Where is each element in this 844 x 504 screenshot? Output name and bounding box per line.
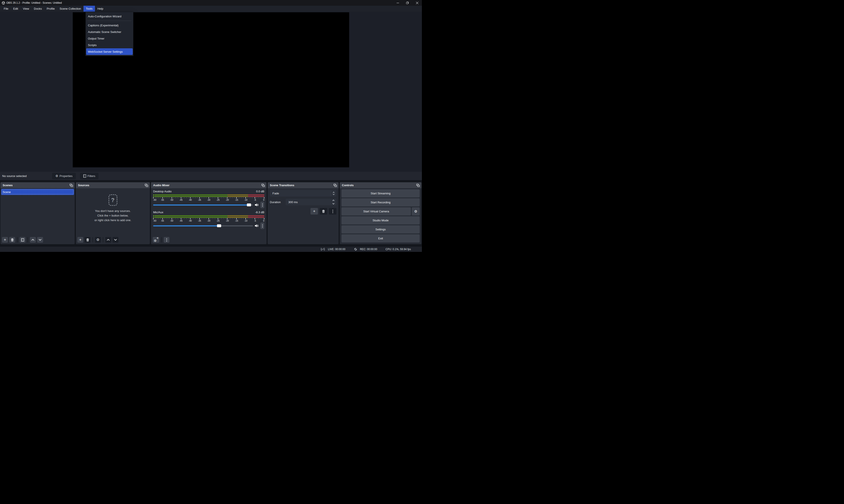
tools-menu-item-captions[interactable]: Captions (Experimental) [86, 22, 133, 29]
tools-menu-item-scene-switcher[interactable]: Automatic Scene Switcher [86, 29, 133, 35]
channel-options-button[interactable] [260, 222, 264, 229]
settings-button[interactable]: Settings [341, 225, 420, 233]
mixer-channel-desktop-audio: Desktop Audio 0.0 dB -60-55-50-45-40-35-… [153, 190, 264, 208]
plus-icon: + [313, 209, 315, 213]
menu-edit[interactable]: Edit [11, 6, 20, 12]
remove-scene-button[interactable] [9, 237, 15, 243]
source-move-up-button[interactable] [105, 237, 111, 243]
add-scene-button[interactable]: + [2, 237, 8, 243]
scene-list-item[interactable]: Scene [1, 189, 74, 195]
tools-menu: Auto-Configuration Wizard Captions (Expe… [86, 12, 134, 56]
duration-value: 300 ms [286, 200, 331, 204]
source-move-down-button[interactable] [112, 237, 119, 243]
popout-icon[interactable] [334, 184, 337, 187]
popout-icon[interactable] [145, 184, 148, 187]
menu-docks[interactable]: Docks [31, 6, 44, 12]
channel-options-button[interactable] [260, 202, 264, 208]
tools-menu-item-auto-config[interactable]: Auto-Configuration Wizard [86, 13, 133, 20]
transition-options-button[interactable] [329, 208, 336, 215]
gear-icon: ⚙ [96, 238, 99, 241]
chevron-down-icon [39, 239, 41, 241]
sources-header[interactable]: Sources [76, 182, 150, 188]
filters-button[interactable]: Filters [80, 173, 99, 179]
stream-inactive-icon [320, 248, 325, 251]
menu-scene-collection[interactable]: Scene Collection [57, 6, 84, 12]
restore-button[interactable] [403, 0, 412, 6]
properties-label: Properties [59, 174, 72, 178]
virtual-camera-settings-button[interactable]: ⚙ [412, 207, 420, 215]
rec-time: REC: 00:00:00 [360, 248, 377, 251]
filters-icon [83, 174, 86, 178]
scenes-header[interactable]: Scenes [0, 182, 75, 188]
sources-list[interactable]: ? You don't have any sources. Click the … [76, 188, 150, 235]
tools-menu-item-scripts[interactable]: Scripts [86, 42, 133, 48]
title-bar: OBS 29.1.2 - Profile: Untitled - Scenes:… [0, 0, 422, 6]
duration-spinbox[interactable]: 300 ms [286, 199, 336, 205]
mixer-options-button[interactable] [164, 237, 170, 243]
source-properties-button[interactable]: ⚙ [95, 237, 101, 243]
chevron-down-icon [332, 203, 335, 204]
workspace [0, 12, 422, 172]
slider-handle[interactable] [247, 203, 251, 206]
audio-mixer-header[interactable]: Audio Mixer [151, 182, 266, 188]
add-source-button[interactable]: + [77, 237, 83, 243]
controls-panel: Controls Start Streaming Start Recording… [340, 182, 421, 244]
remove-transition-button[interactable] [320, 208, 327, 215]
popout-icon[interactable] [70, 184, 73, 187]
start-streaming-button[interactable]: Start Streaming [341, 189, 420, 197]
menu-tools[interactable]: Tools [84, 6, 95, 12]
remove-source-button[interactable] [85, 237, 90, 243]
scene-move-up-button[interactable] [30, 237, 36, 243]
channel-name: Mic/Aux [153, 211, 163, 215]
no-source-label: No source selected [0, 174, 27, 178]
slider-handle[interactable] [217, 224, 221, 227]
sources-empty-state: ? You don't have any sources. Click the … [76, 188, 150, 235]
tools-menu-item-websocket-settings[interactable]: WebSocket Server Settings [86, 48, 133, 55]
plus-icon: + [79, 238, 82, 242]
meter-tick-labels: -60-55-50-45-40-35-30-25-20-15-10-50 [153, 199, 264, 202]
advanced-audio-button[interactable]: ⚙ ⚙ [153, 237, 159, 243]
scene-transitions-header[interactable]: Scene Transitions [268, 182, 339, 188]
tools-menu-item-output-timer[interactable]: Output Timer [86, 35, 133, 42]
start-recording-button[interactable]: Start Recording [341, 198, 420, 206]
add-transition-button[interactable]: + [311, 208, 318, 215]
trash-icon [86, 238, 89, 241]
menu-view[interactable]: View [20, 6, 31, 12]
close-button[interactable] [412, 0, 422, 6]
controls-body: Start Streaming Start Recording Start Vi… [340, 188, 421, 244]
scenes-panel: Scenes Scene + [0, 182, 75, 244]
window-title: OBS 29.1.2 - Profile: Untitled - Scenes:… [6, 1, 62, 4]
studio-mode-button[interactable]: Studio Mode [341, 216, 420, 224]
select-arrows[interactable] [331, 190, 336, 197]
channel-db-value: 0.0 dB [256, 190, 264, 194]
plus-icon: + [4, 238, 6, 242]
volume-meter [153, 194, 264, 197]
transition-select[interactable]: Fade [270, 190, 336, 197]
popout-icon[interactable] [262, 184, 265, 187]
menu-profile[interactable]: Profile [44, 6, 57, 12]
spin-arrows[interactable] [331, 199, 336, 205]
scene-move-down-button[interactable] [37, 237, 43, 243]
controls-header[interactable]: Controls [340, 182, 421, 188]
speaker-icon[interactable] [255, 224, 259, 228]
scene-filters-button[interactable] [20, 237, 25, 243]
menu-file[interactable]: File [1, 6, 11, 12]
minimize-button[interactable] [393, 0, 403, 6]
menu-help[interactable]: Help [95, 6, 106, 12]
volume-slider[interactable] [153, 225, 253, 227]
scenes-title: Scenes [3, 184, 13, 187]
start-virtual-camera-button[interactable]: Start Virtual Camera [341, 207, 411, 215]
scene-transitions-panel: Scene Transitions Fade Duration 300 ms [268, 182, 339, 244]
chevron-up-icon [31, 239, 34, 241]
volume-slider[interactable] [153, 204, 253, 205]
meter-ticks [153, 218, 264, 219]
speaker-icon[interactable] [255, 203, 259, 206]
popout-icon[interactable] [417, 184, 420, 187]
separator [28, 237, 28, 242]
question-mark-icon: ? [108, 194, 117, 206]
chevron-up-icon [332, 200, 335, 201]
sources-title: Sources [78, 184, 89, 187]
sources-panel: Sources ? You don't have any sources. Cl… [76, 182, 150, 244]
exit-button[interactable]: Exit [341, 234, 420, 242]
properties-button[interactable]: ⚙ Properties [52, 173, 76, 179]
